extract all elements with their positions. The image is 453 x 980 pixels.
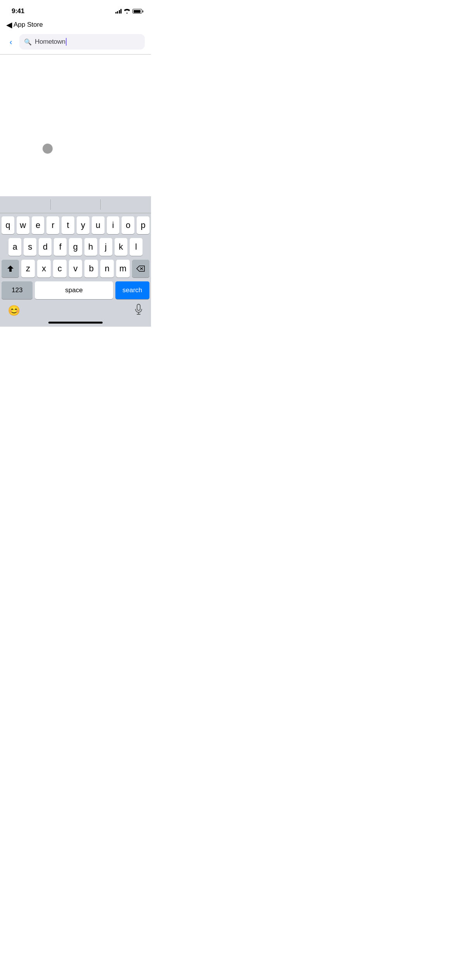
search-key[interactable]: search bbox=[115, 281, 149, 299]
suggestion-divider-left bbox=[50, 199, 51, 210]
key-m[interactable]: m bbox=[116, 260, 130, 278]
key-row-2: a s d f g h j k l bbox=[2, 238, 149, 256]
key-l[interactable]: l bbox=[130, 238, 142, 256]
key-q[interactable]: q bbox=[2, 216, 14, 234]
loading-indicator bbox=[43, 144, 53, 154]
back-label: App Store bbox=[14, 21, 43, 29]
space-key[interactable]: space bbox=[35, 281, 113, 299]
key-i[interactable]: i bbox=[107, 216, 120, 234]
search-bar-container: ‹ 🔍 Hometown bbox=[0, 33, 151, 54]
key-e[interactable]: e bbox=[32, 216, 45, 234]
key-b[interactable]: b bbox=[84, 260, 98, 278]
key-row-3: z x c v b n m bbox=[2, 260, 149, 278]
back-to-appstore[interactable]: ◀ App Store bbox=[6, 20, 43, 29]
mic-button[interactable] bbox=[134, 304, 143, 317]
signal-icon bbox=[115, 9, 122, 14]
home-indicator bbox=[0, 322, 151, 327]
key-row-1: q w e r t y u i o p bbox=[2, 216, 149, 234]
key-row-4: 123 space search bbox=[2, 281, 149, 299]
keyboard-rows: q w e r t y u i o p a s d f g h j k l bbox=[0, 213, 151, 301]
keyboard-suggestions bbox=[0, 196, 151, 213]
search-magnifier-icon: 🔍 bbox=[24, 38, 32, 46]
shift-key[interactable] bbox=[2, 260, 19, 278]
key-y[interactable]: y bbox=[77, 216, 89, 234]
search-back-button[interactable]: ‹ bbox=[6, 38, 15, 46]
content-area bbox=[0, 55, 151, 186]
key-d[interactable]: d bbox=[39, 238, 51, 256]
key-r[interactable]: r bbox=[46, 216, 59, 234]
num-key[interactable]: 123 bbox=[2, 281, 33, 299]
key-u[interactable]: u bbox=[92, 216, 105, 234]
key-j[interactable]: j bbox=[100, 238, 112, 256]
key-f[interactable]: f bbox=[54, 238, 67, 256]
suggestion-divider-right bbox=[100, 199, 101, 210]
status-time: 9:41 bbox=[12, 7, 24, 15]
key-w[interactable]: w bbox=[17, 216, 29, 234]
search-input-value: Hometown bbox=[35, 38, 65, 46]
key-t[interactable]: t bbox=[62, 216, 74, 234]
text-cursor bbox=[66, 38, 67, 46]
keyboard-bottom-row: 😊 bbox=[0, 301, 151, 322]
battery-icon bbox=[132, 9, 143, 14]
key-x[interactable]: x bbox=[37, 260, 51, 278]
search-input[interactable]: Hometown bbox=[35, 38, 67, 46]
suggestion-middle[interactable] bbox=[50, 196, 101, 213]
key-k[interactable]: k bbox=[115, 238, 127, 256]
key-o[interactable]: o bbox=[122, 216, 134, 234]
key-g[interactable]: g bbox=[69, 238, 82, 256]
svg-rect-2 bbox=[137, 304, 140, 310]
key-p[interactable]: p bbox=[137, 216, 149, 234]
emoji-button[interactable]: 😊 bbox=[8, 305, 20, 317]
key-n[interactable]: n bbox=[100, 260, 114, 278]
status-bar: 9:41 bbox=[0, 0, 151, 19]
key-z[interactable]: z bbox=[21, 260, 35, 278]
home-bar bbox=[48, 322, 103, 324]
back-chevron-icon: ◀ bbox=[6, 20, 12, 29]
key-c[interactable]: c bbox=[53, 260, 67, 278]
suggestion-right[interactable] bbox=[101, 196, 151, 213]
suggestion-left[interactable] bbox=[0, 196, 50, 213]
wifi-icon bbox=[124, 9, 130, 14]
key-h[interactable]: h bbox=[84, 238, 97, 256]
delete-key[interactable] bbox=[132, 260, 149, 278]
keyboard: q w e r t y u i o p a s d f g h j k l bbox=[0, 196, 151, 327]
key-a[interactable]: a bbox=[9, 238, 21, 256]
key-s[interactable]: s bbox=[24, 238, 36, 256]
nav-back-area: ◀ App Store bbox=[0, 19, 151, 33]
key-v[interactable]: v bbox=[69, 260, 82, 278]
search-input-wrapper[interactable]: 🔍 Hometown bbox=[19, 34, 145, 50]
status-icons bbox=[115, 9, 144, 14]
